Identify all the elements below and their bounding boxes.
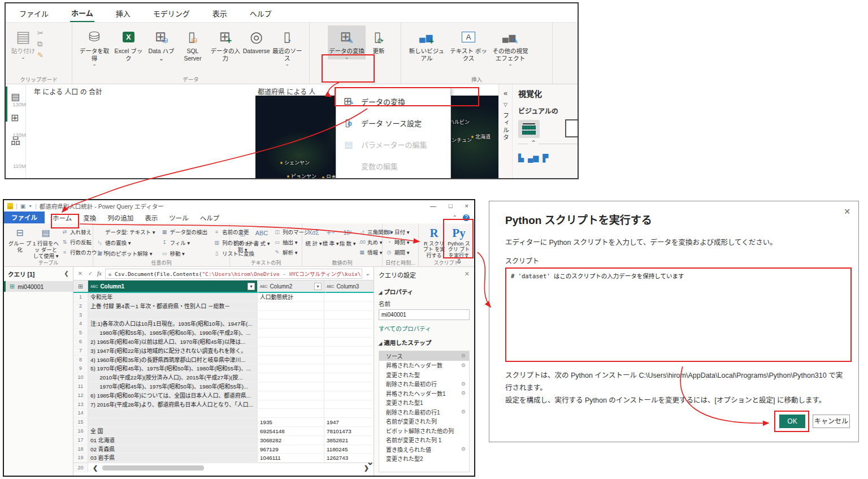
pq-menu-tab[interactable]: ヘルプ	[194, 212, 225, 224]
pq-menu-tab[interactable]: ツール	[163, 212, 194, 224]
step-settings-gear-icon[interactable]: ⚙	[461, 409, 466, 415]
population-line-chart[interactable]	[26, 167, 255, 179]
pq-ribbon-small-button[interactable]: ◔時刻 ▾	[385, 238, 409, 246]
table-row[interactable]: 5 1980年(昭和55年)、1985年(昭和60年)、1990年(平成2年)、…	[73, 329, 374, 338]
column-header-1[interactable]: ABC Column1 ▾	[88, 281, 258, 292]
pq-ribbon-button[interactable]: ▤ 1 行目をヘッ ダーとして使用 ▾	[33, 225, 59, 260]
applied-step-item[interactable]: 変更された型2 ⚙	[379, 454, 469, 464]
ribbon-tab[interactable]: 表示	[211, 4, 228, 21]
applied-step-item[interactable]: 名前が変更された列 ⚙	[379, 417, 469, 426]
chevron-down-icon[interactable]: ▼	[28, 204, 32, 208]
step-settings-gear-icon[interactable]: ⚙	[461, 390, 466, 396]
column-header-3[interactable]: ABC Column3	[324, 281, 374, 292]
pq-menu-tab[interactable]: ホーム	[47, 212, 77, 224]
filter-dropdown-icon[interactable]: ▾	[248, 283, 255, 290]
window-control-icon[interactable]: ×	[465, 202, 468, 209]
table-row[interactable]: 19 03 岩手県 1046111 1262743	[73, 454, 374, 463]
step-settings-gear-icon[interactable]: ⚙	[461, 381, 466, 387]
ribbon-button[interactable]: テキスト ボックス ⌄	[448, 25, 489, 66]
table-row[interactable]: 15 1935 1947	[73, 418, 374, 427]
applied-step-item[interactable]: 昇格されたヘッダー数1 ⚙	[379, 389, 469, 398]
table-row[interactable]: 3	[73, 311, 374, 320]
table-row[interactable]: 8 4) 1960年(昭和35年)の長野県西筑摩郡山口村と岐阜県中津川...	[73, 356, 374, 365]
pq-ribbon-small-button[interactable]: ▦列のピボット解除 ▾	[96, 249, 155, 257]
applied-step-item[interactable]: 昇格されたヘッダー数 ⚙	[379, 361, 469, 370]
pq-menu-tab[interactable]: 変換	[77, 212, 102, 224]
ribbon-button[interactable]: SQL Server ⌄	[177, 25, 208, 66]
applied-step-item[interactable]: 置き換えられた値 ⚙	[379, 445, 469, 454]
ribbon-button[interactable]: データの入力 ⌄	[208, 25, 243, 66]
applied-step-item[interactable]: 削除された最初の行 ⚙	[379, 379, 469, 389]
table-row[interactable]: 12 6) 1985年(昭和60年)については、全国は日本人人口、都道府県...	[73, 391, 374, 400]
collapse-panel-icon[interactable]: «	[504, 89, 507, 97]
pq-ribbon-small-button[interactable]: ▭移動 ▾	[160, 249, 207, 257]
pq-ribbon-small-button[interactable]: ↧フィル ▾	[160, 238, 207, 247]
script-editor[interactable]: # 'dataset' はこのスクリプトの入力データを保持しています	[505, 267, 852, 362]
dropdown-menu-item[interactable]: データ ソース設定	[336, 112, 450, 133]
refresh-button[interactable]: 更新 ⌄	[366, 25, 392, 59]
cancel-button[interactable]: キャンセル	[813, 415, 850, 428]
dropdown-menu-item[interactable]: データの変換	[336, 90, 450, 112]
column-chart-visual-icon[interactable]: ▄▆	[528, 154, 539, 162]
ribbon-button[interactable]: 新しいビジュアル ⌄	[406, 25, 448, 66]
table-row[interactable]: 18 02 青森県 967129 1180245	[73, 445, 374, 454]
ribbon-button[interactable]: Dataverse ⌄	[243, 25, 270, 66]
dropdown-menu-item[interactable]: パラメーターの編集	[336, 133, 450, 155]
ribbon-button[interactable]: Data ハブ ⌄ ⌄	[145, 25, 177, 66]
pq-menu-tab[interactable]: 表示	[139, 212, 163, 224]
step-settings-gear-icon[interactable]: ⚙	[461, 446, 466, 452]
copy-icon[interactable]: ⧉	[37, 40, 44, 49]
format-painter-icon[interactable]: ✎	[37, 51, 44, 59]
transform-data-button[interactable]: データの変換 ⌄	[328, 25, 366, 59]
applied-step-item[interactable]: ピボット解除された他の列 ⚙	[379, 426, 469, 435]
table-row[interactable]: 11 1970年(昭和45年)、1975年(昭和50年)、1980年(昭和55年…	[73, 382, 374, 391]
ribbon-tab[interactable]: ファイル	[18, 4, 50, 21]
table-corner-button[interactable]: ⊞	[73, 281, 88, 292]
ribbon-tab[interactable]: モデリング	[152, 4, 191, 21]
ribbon-button[interactable]: 最近のソース ⌄	[270, 25, 305, 66]
view-icon[interactable]: ⊞	[11, 112, 20, 124]
scroll-down-icon[interactable]: ⌄	[367, 459, 374, 465]
table-row[interactable]: 1 令和元年 人口動態統計	[73, 293, 374, 302]
cancel-formula-icon[interactable]: ✕	[77, 270, 84, 277]
table-row[interactable]: 16 全 国 69254148 78101473	[73, 427, 374, 436]
pq-ribbon-small-button[interactable]: データ型: テキスト ▾	[96, 227, 155, 236]
filter-dropdown-icon[interactable]: ▾	[314, 283, 322, 290]
pq-script-button[interactable]: R R スクリプト を実行する	[422, 225, 446, 260]
table-row[interactable]: 13 7) 2016年(平成28年)より、都道府県も日本人人口となり、「人口..…	[73, 400, 374, 409]
filters-pane-label[interactable]: フィルタ	[501, 112, 510, 141]
expand-formula-icon[interactable]: ⌄	[366, 270, 370, 277]
table-row[interactable]: 2 上巻 付録 第4表－1 年次・都道府県・性別人口 －総数－	[73, 302, 374, 311]
applied-step-item[interactable]: 変更された型1 ⚙	[379, 398, 469, 408]
table-row[interactable]: 17 01 北海道 3068282 3852821	[73, 436, 374, 445]
applied-step-item[interactable]: 削除された最初の行1 ⚙	[379, 407, 469, 417]
ok-button[interactable]: OK	[779, 415, 805, 428]
applied-step-item[interactable]: 変更された型 ⚙	[379, 370, 469, 379]
table-visual-button[interactable]	[518, 120, 540, 138]
column-header-2[interactable]: ABC Column2 ▾	[258, 281, 324, 292]
collapse-queries-icon[interactable]: ❮	[64, 270, 69, 278]
dropdown-menu-item[interactable]: 変数の編集	[336, 155, 450, 176]
table-row[interactable]: 4 注:1)各年次の人口は10月1日現在。1935年(昭和10年)、1947年(…	[73, 320, 374, 329]
save-icon[interactable]: ▣	[20, 203, 25, 209]
table-row[interactable]: 9 5) 1970年(昭和45年)、1975年(昭和50年)、1980年(昭和5…	[73, 364, 374, 373]
cut-icon[interactable]: ✂	[37, 29, 44, 37]
horizontal-scrollbar[interactable]: 20 ❮ ❯	[73, 463, 374, 472]
applied-step-item[interactable]: 名前が変更された列 1 ⚙	[379, 435, 469, 445]
help-icon[interactable]: ?	[463, 214, 470, 221]
pq-ribbon-button[interactable]: XσΣ 統 計 ▾	[305, 225, 322, 260]
scroll-left-icon[interactable]: ❮	[93, 464, 98, 472]
query-list-item[interactable]: ⊞ mi040001	[4, 281, 73, 292]
step-settings-gear-icon[interactable]: ⚙	[461, 353, 466, 359]
ribbon-button[interactable]: その他の視覚エフェクト ⌄	[489, 25, 531, 66]
formula-input[interactable]: = Csv.Document(File.Contents("C:\Users\h…	[105, 269, 362, 279]
query-name-input[interactable]	[379, 309, 470, 320]
table-row[interactable]: 7 3) 1947年(昭和22年)は地域的に配分されない調査もれを除く。	[73, 347, 374, 356]
commit-formula-icon[interactable]: ✓	[87, 270, 94, 277]
collapse-ribbon-icon[interactable]: ⌃	[453, 214, 457, 221]
ribbon-tab[interactable]: 挿入	[115, 4, 132, 21]
table-row[interactable]: 10 2010年(平成22年)(按分済み人口)、2015年(平成27年)(按..…	[73, 373, 374, 382]
table-row[interactable]: 14	[73, 409, 374, 418]
close-dialog-icon[interactable]: ✕	[844, 207, 850, 216]
paste-button[interactable]: 貼り付け ⌄	[10, 25, 36, 59]
